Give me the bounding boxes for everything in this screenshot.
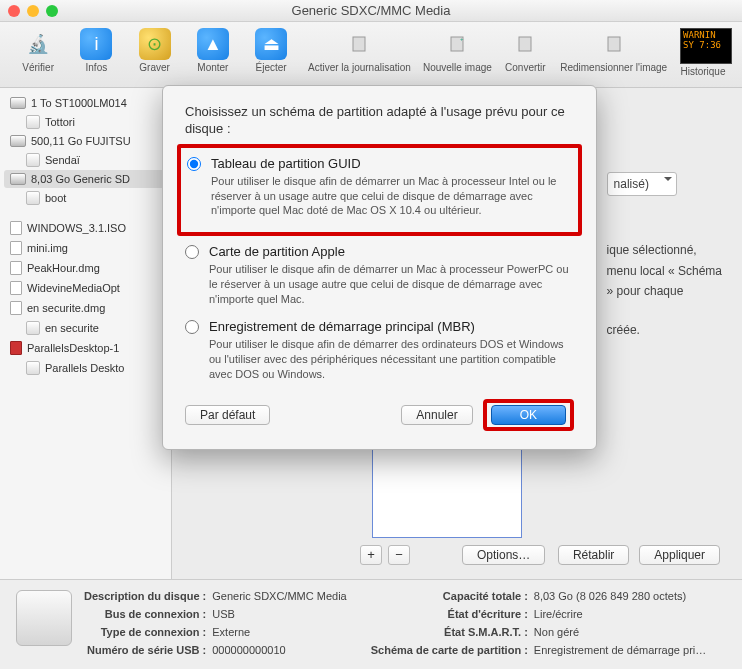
- new-image-button[interactable]: + Nouvelle image: [420, 28, 496, 73]
- highlight-selected-option: Tableau de partition GUID Pour utiliser …: [177, 144, 582, 237]
- ok-button[interactable]: OK: [491, 405, 566, 425]
- highlight-ok: OK: [483, 399, 574, 431]
- window-title: Generic SDXC/MMC Media: [0, 3, 742, 18]
- disk-large-icon: [16, 590, 72, 646]
- verify-button[interactable]: 🔬 Vérifier: [10, 28, 66, 73]
- image-row[interactable]: en securite.dmg: [4, 298, 167, 318]
- revert-button[interactable]: Rétablir: [558, 545, 629, 565]
- journal-icon: [343, 28, 375, 60]
- volume-icon: [26, 115, 40, 129]
- burn-icon: ⊙: [139, 28, 171, 60]
- radio-apple[interactable]: [185, 245, 199, 259]
- sidebar: 1 To ST1000LM014 Tottori 500,11 Go FUJIT…: [0, 88, 172, 579]
- disk-icon: [10, 135, 26, 147]
- convert-button[interactable]: Convertir: [497, 28, 553, 73]
- microscope-icon: 🔬: [22, 28, 54, 60]
- eject-icon: ⏏: [255, 28, 287, 60]
- file-icon: [10, 261, 22, 275]
- new-image-icon: +: [441, 28, 473, 60]
- image-row[interactable]: WidevineMediaOpt: [4, 278, 167, 298]
- mount-icon: ▲: [197, 28, 229, 60]
- file-icon: [10, 241, 22, 255]
- scheme-option-guid[interactable]: Tableau de partition GUID Pour utiliser …: [187, 152, 572, 227]
- svg-rect-4: [608, 37, 620, 51]
- radio-mbr[interactable]: [185, 320, 199, 334]
- image-row[interactable]: mini.img: [4, 238, 167, 258]
- disk-icon: [10, 173, 26, 185]
- image-row[interactable]: PeakHour.dmg: [4, 258, 167, 278]
- svg-rect-3: [519, 37, 531, 51]
- burn-button[interactable]: ⊙ Graver: [127, 28, 183, 73]
- toolbar: 🔬 Vérifier i Infos ⊙ Graver ▲ Monter ⏏ É…: [0, 22, 742, 88]
- volume-icon: [26, 321, 40, 335]
- history-button[interactable]: WARNIN SY 7:36 Historique: [674, 28, 732, 77]
- resize-icon: [598, 28, 630, 60]
- svg-rect-0: [353, 37, 365, 51]
- disk-row[interactable]: 500,11 Go FUJITSU: [4, 132, 167, 150]
- volume-row[interactable]: en securite: [4, 318, 167, 338]
- volume-icon: [26, 361, 40, 375]
- apply-button[interactable]: Appliquer: [639, 545, 720, 565]
- scheme-option-apple[interactable]: Carte de partition Apple Pour utiliser l…: [185, 240, 574, 315]
- file-icon: [10, 221, 22, 235]
- eject-button[interactable]: ⏏ Éjecter: [243, 28, 299, 73]
- journal-button[interactable]: Activer la journalisation: [301, 28, 417, 73]
- image-row[interactable]: WINDOWS_3.1.ISO: [4, 218, 167, 238]
- volume-icon: [26, 191, 40, 205]
- info-icon: i: [80, 28, 112, 60]
- scheme-option-mbr[interactable]: Enregistrement de démarrage principal (M…: [185, 315, 574, 390]
- volume-row[interactable]: Parallels Deskto: [4, 358, 167, 378]
- file-icon: [10, 341, 22, 355]
- resize-image-button[interactable]: Redimensionner l'image: [556, 28, 672, 73]
- radio-guid[interactable]: [187, 157, 201, 171]
- dialog-heading: Choisissez un schéma de partition adapté…: [185, 104, 574, 138]
- convert-icon: [509, 28, 541, 60]
- info-button[interactable]: i Infos: [68, 28, 124, 73]
- obscured-hint-text: nalisé) ique sélectionné, menu local « S…: [607, 172, 722, 340]
- add-partition-button[interactable]: +: [360, 545, 382, 565]
- remove-partition-button[interactable]: −: [388, 545, 410, 565]
- mount-button[interactable]: ▲ Monter: [185, 28, 241, 73]
- volume-row[interactable]: Sendaï: [4, 150, 167, 170]
- volume-row[interactable]: Tottori: [4, 112, 167, 132]
- partition-scheme-dialog: Choisissez un schéma de partition adapté…: [162, 85, 597, 450]
- image-row[interactable]: ParallelsDesktop-1: [4, 338, 167, 358]
- disk-row-selected[interactable]: 8,03 Go Generic SD: [4, 170, 167, 188]
- options-button[interactable]: Options…: [462, 545, 545, 565]
- info-footer: Description du disque :Generic SDXC/MMC …: [0, 579, 742, 669]
- disk-icon: [10, 97, 26, 109]
- svg-text:+: +: [460, 36, 464, 42]
- cancel-button[interactable]: Annuler: [401, 405, 472, 425]
- warning-badge: WARNIN SY 7:36: [680, 28, 732, 64]
- default-button[interactable]: Par défaut: [185, 405, 270, 425]
- disk-row[interactable]: 1 To ST1000LM014: [4, 94, 167, 112]
- window-titlebar: Generic SDXC/MMC Media: [0, 0, 742, 22]
- volume-row[interactable]: boot: [4, 188, 167, 208]
- file-icon: [10, 281, 22, 295]
- volume-icon: [26, 153, 40, 167]
- scheme-dropdown[interactable]: nalisé): [607, 172, 677, 196]
- file-icon: [10, 301, 22, 315]
